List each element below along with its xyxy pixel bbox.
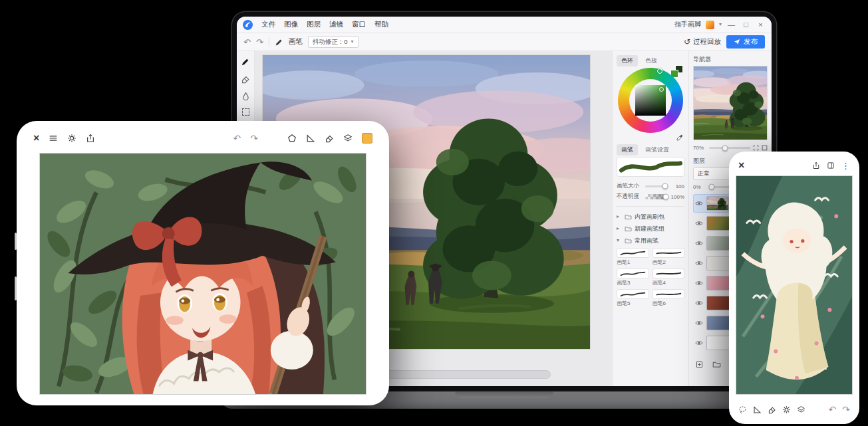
brush-item-label: 画笔4: [652, 279, 685, 286]
brush-item[interactable]: 画笔6: [652, 289, 685, 307]
chevron-down-icon[interactable]: ▾: [719, 22, 722, 27]
menu-item-image[interactable]: 图像: [284, 20, 298, 29]
layer-thumbnail[interactable]: [706, 296, 732, 310]
eraser-icon[interactable]: [768, 405, 776, 414]
select-tool-button[interactable]: [242, 108, 249, 116]
slider-knob[interactable]: [722, 145, 728, 151]
layer-thumbnail[interactable]: [706, 236, 732, 251]
layer-thumbnail[interactable]: [706, 276, 732, 290]
layer-thumbnail[interactable]: [706, 196, 729, 211]
tablet-canvas[interactable]: [39, 153, 366, 395]
tab-brush-settings[interactable]: 画笔设置: [641, 144, 674, 156]
menu-item-layer[interactable]: 图层: [307, 20, 321, 29]
toolbar: ↶ ↷ 画笔 抖动修正：0 ▾ ↺ 过程回放: [237, 33, 772, 51]
close-button[interactable]: ×: [756, 21, 766, 29]
slider-knob[interactable]: [662, 183, 668, 189]
replay-button[interactable]: ↺ 过程回放: [684, 37, 721, 47]
phone-canvas[interactable]: [736, 175, 853, 395]
settings-gear-icon[interactable]: [67, 134, 76, 143]
eyedropper-icon[interactable]: [676, 134, 683, 142]
color-wheel[interactable]: [618, 68, 683, 133]
menu-item-filter[interactable]: 滤镜: [329, 20, 343, 29]
account-avatar[interactable]: [706, 21, 714, 29]
eye-icon[interactable]: [695, 261, 703, 266]
tab-brush[interactable]: 画笔: [617, 144, 638, 156]
brush-group-common[interactable]: ▾ 常用画笔: [617, 235, 684, 247]
eye-icon[interactable]: [695, 201, 703, 206]
eye-icon[interactable]: [695, 280, 703, 286]
brush-item[interactable]: 画笔3: [617, 268, 649, 286]
eye-icon[interactable]: [695, 300, 703, 306]
ruler-icon[interactable]: [306, 134, 315, 143]
brush-tool-button[interactable]: [241, 57, 250, 66]
menu-icon[interactable]: [49, 134, 58, 143]
current-color-swatch[interactable]: [362, 133, 372, 144]
menu-item-file[interactable]: 文件: [261, 20, 275, 29]
zoom-slider[interactable]: [709, 147, 750, 149]
maximize-button[interactable]: □: [741, 21, 751, 29]
zoom-fit-icon[interactable]: [753, 145, 759, 151]
hue-indicator[interactable]: [657, 68, 662, 74]
account-name[interactable]: 指手画脚: [674, 20, 701, 29]
undo-button[interactable]: ↶: [233, 134, 241, 143]
shape-tool-icon[interactable]: [287, 134, 297, 143]
layers-icon[interactable]: [343, 134, 353, 143]
layer-thumbnail[interactable]: [706, 316, 732, 330]
eye-icon[interactable]: [695, 221, 703, 226]
brush-group-new[interactable]: ▸ 新建画笔组: [617, 223, 684, 235]
ruler-icon[interactable]: [753, 405, 762, 414]
close-icon[interactable]: ×: [738, 160, 744, 171]
lasso-tool-icon[interactable]: [738, 405, 747, 414]
stabilizer-dropdown[interactable]: 抖动修正：0 ▾: [308, 36, 359, 48]
layer-thumbnail[interactable]: [706, 336, 732, 350]
eraser-tool-button[interactable]: [241, 74, 250, 84]
tablet-volume-up-button: [15, 233, 17, 250]
brush-item[interactable]: 画笔4: [652, 268, 685, 286]
eraser-icon[interactable]: [325, 134, 334, 143]
close-icon[interactable]: ×: [33, 133, 39, 144]
menu-item-window[interactable]: 窗口: [352, 20, 366, 29]
slider-knob[interactable]: [663, 194, 669, 200]
saturation-square[interactable]: [635, 85, 666, 116]
tab-color-wheel[interactable]: 色环: [617, 55, 638, 66]
layers-icon[interactable]: [797, 405, 805, 414]
brush-item[interactable]: 画笔5: [617, 289, 649, 307]
brush-tool-label[interactable]: 画笔: [289, 37, 303, 47]
more-icon[interactable]: ⋮: [841, 161, 850, 170]
tab-color-swatches[interactable]: 色板: [641, 55, 662, 66]
toolbar-divider: [269, 37, 269, 47]
slider-knob[interactable]: [708, 184, 714, 190]
saturation-indicator[interactable]: [659, 87, 664, 92]
undo-button[interactable]: ↶: [243, 38, 251, 47]
layer-thumbnail[interactable]: [706, 216, 732, 231]
brush-size-value: 100: [670, 183, 684, 189]
eye-icon[interactable]: [695, 241, 703, 246]
smudge-tool-button[interactable]: [241, 92, 250, 100]
opacity-slider[interactable]: [645, 194, 666, 199]
settings-gear-icon[interactable]: [782, 405, 791, 414]
brush-item[interactable]: 画笔2: [652, 248, 685, 266]
brush-size-slider[interactable]: [645, 185, 666, 187]
minimize-button[interactable]: —: [726, 21, 736, 29]
publish-button[interactable]: 发布: [726, 35, 765, 49]
brush-item-label: 画笔5: [617, 300, 649, 307]
tablet-toolbar: × ↶ ↷: [33, 128, 372, 148]
add-folder-icon[interactable]: [712, 360, 721, 369]
navigator-thumbnail[interactable]: [693, 66, 768, 140]
redo-button[interactable]: ↷: [256, 38, 263, 47]
layer-thumbnail[interactable]: [706, 256, 732, 270]
panels-icon[interactable]: [827, 161, 835, 169]
menu-item-help[interactable]: 帮助: [374, 20, 388, 29]
redo-button[interactable]: ↷: [842, 405, 850, 414]
add-layer-icon[interactable]: [695, 360, 704, 369]
eye-icon[interactable]: [695, 340, 703, 346]
eye-icon[interactable]: [695, 320, 703, 326]
redo-button[interactable]: ↷: [250, 134, 258, 143]
export-icon[interactable]: [86, 134, 95, 143]
undo-button[interactable]: ↶: [829, 405, 837, 414]
opacity-label: 不透明度: [617, 193, 642, 201]
zoom-actual-icon[interactable]: [762, 145, 768, 151]
brush-group-builtin[interactable]: ▸ 内置画刷包: [617, 211, 684, 223]
brush-item[interactable]: 画笔1: [617, 248, 649, 266]
export-icon[interactable]: [812, 161, 820, 169]
